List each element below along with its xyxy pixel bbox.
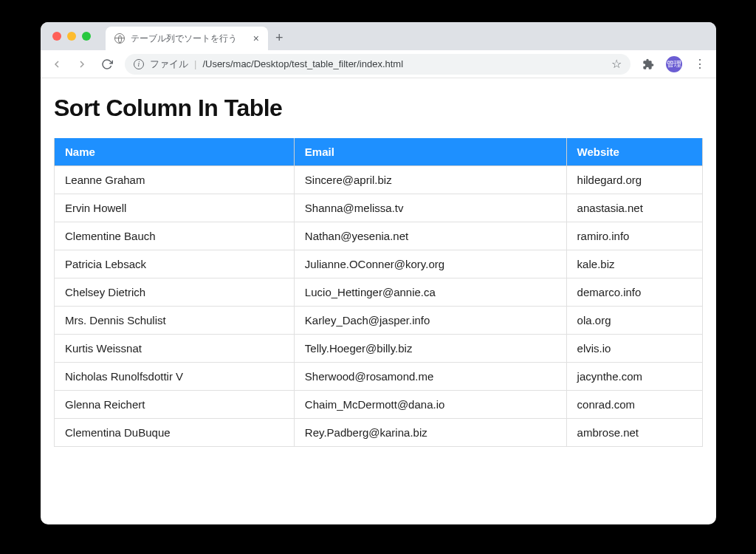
cell-email: Telly.Hoeger@billy.biz bbox=[294, 335, 566, 363]
close-tab-button[interactable]: × bbox=[253, 33, 259, 44]
cell-email: Sherwood@rosamond.me bbox=[294, 363, 566, 391]
cell-name: Patricia Lebsack bbox=[55, 250, 295, 278]
table-row: Mrs. Dennis SchulistKarley_Dach@jasper.i… bbox=[55, 307, 703, 335]
table-row: Clementina DuBuqueRey.Padberg@karina.biz… bbox=[55, 419, 703, 447]
profile-avatar[interactable]: 管理 bbox=[666, 56, 682, 72]
url-path: /Users/mac/Desktop/test_table_filter/ind… bbox=[202, 58, 403, 69]
menu-button[interactable]: ⋮ bbox=[690, 54, 710, 75]
cell-website: ramiro.info bbox=[566, 222, 702, 250]
browser-window: テーブル列でソートを行う × + i ファイル | /Users/mac/Des… bbox=[41, 22, 716, 524]
info-icon[interactable]: i bbox=[134, 59, 144, 69]
cell-email: Sincere@april.biz bbox=[294, 166, 566, 194]
bookmark-star-icon[interactable]: ☆ bbox=[611, 57, 622, 71]
cell-website: ola.org bbox=[566, 307, 702, 335]
cell-email: Julianne.OConner@kory.org bbox=[294, 250, 566, 278]
page-title: Sort Column In Table bbox=[54, 95, 703, 122]
close-window-button[interactable] bbox=[52, 32, 61, 41]
maximize-window-button[interactable] bbox=[82, 32, 91, 41]
column-header-website[interactable]: Website bbox=[566, 138, 702, 166]
minimize-window-button[interactable] bbox=[67, 32, 76, 41]
cell-name: Glenna Reichert bbox=[55, 391, 295, 419]
cell-email: Chaim_McDermott@dana.io bbox=[294, 391, 566, 419]
cell-website: hildegard.org bbox=[566, 166, 702, 194]
tab-title: テーブル列でソートを行う bbox=[131, 33, 247, 45]
cell-website: elvis.io bbox=[566, 335, 702, 363]
cell-email: Rey.Padberg@karina.biz bbox=[294, 419, 566, 447]
browser-tab[interactable]: テーブル列でソートを行う × bbox=[106, 27, 268, 50]
cell-name: Chelsey Dietrich bbox=[55, 278, 295, 307]
table-row: Kurtis WeissnatTelly.Hoeger@billy.bizelv… bbox=[55, 335, 703, 363]
cell-email: Shanna@melissa.tv bbox=[294, 194, 566, 222]
address-bar: i ファイル | /Users/mac/Desktop/test_table_f… bbox=[41, 50, 716, 78]
cell-website: conrad.com bbox=[566, 391, 702, 419]
window-controls bbox=[52, 32, 91, 41]
cell-email: Nathan@yesenia.net bbox=[294, 222, 566, 250]
cell-name: Kurtis Weissnat bbox=[55, 335, 295, 363]
table-row: Chelsey DietrichLucio_Hettinger@annie.ca… bbox=[55, 278, 703, 307]
cell-name: Leanne Graham bbox=[55, 166, 295, 194]
extensions-icon[interactable] bbox=[638, 54, 659, 75]
table-row: Glenna ReichertChaim_McDermott@dana.ioco… bbox=[55, 391, 703, 419]
table-row: Leanne GrahamSincere@april.bizhildegard.… bbox=[55, 166, 703, 194]
data-table: Name Email Website Leanne GrahamSincere@… bbox=[54, 138, 703, 447]
table-row: Ervin HowellShanna@melissa.tvanastasia.n… bbox=[55, 194, 703, 222]
globe-icon bbox=[114, 33, 125, 44]
cell-name: Ervin Howell bbox=[55, 194, 295, 222]
forward-button[interactable] bbox=[72, 54, 92, 75]
cell-name: Clementina DuBuque bbox=[55, 419, 295, 447]
table-row: Nicholas Runolfsdottir VSherwood@rosamon… bbox=[55, 363, 703, 391]
cell-name: Nicholas Runolfsdottir V bbox=[55, 363, 295, 391]
column-header-email[interactable]: Email bbox=[294, 138, 566, 166]
back-button[interactable] bbox=[47, 54, 67, 75]
cell-name: Mrs. Dennis Schulist bbox=[55, 307, 295, 335]
cell-website: ambrose.net bbox=[566, 419, 702, 447]
table-row: Clementine BauchNathan@yesenia.netramiro… bbox=[55, 222, 703, 250]
url-separator: | bbox=[194, 58, 196, 69]
cell-website: kale.biz bbox=[566, 250, 702, 278]
cell-email: Lucio_Hettinger@annie.ca bbox=[294, 278, 566, 307]
reload-button[interactable] bbox=[97, 54, 117, 75]
cell-name: Clementine Bauch bbox=[55, 222, 295, 250]
cell-website: anastasia.net bbox=[566, 194, 702, 222]
column-header-name[interactable]: Name bbox=[55, 138, 295, 166]
cell-website: demarco.info bbox=[566, 278, 702, 307]
url-scheme-label: ファイル bbox=[150, 58, 188, 71]
cell-website: jacynthe.com bbox=[566, 363, 702, 391]
new-tab-button[interactable]: + bbox=[275, 30, 284, 46]
table-row: Patricia LebsackJulianne.OConner@kory.or… bbox=[55, 250, 703, 278]
tab-strip: テーブル列でソートを行う × + bbox=[41, 22, 716, 50]
cell-email: Karley_Dach@jasper.info bbox=[294, 307, 566, 335]
page-content: Sort Column In Table Name Email Website … bbox=[41, 78, 716, 524]
url-input[interactable]: i ファイル | /Users/mac/Desktop/test_table_f… bbox=[125, 54, 630, 75]
